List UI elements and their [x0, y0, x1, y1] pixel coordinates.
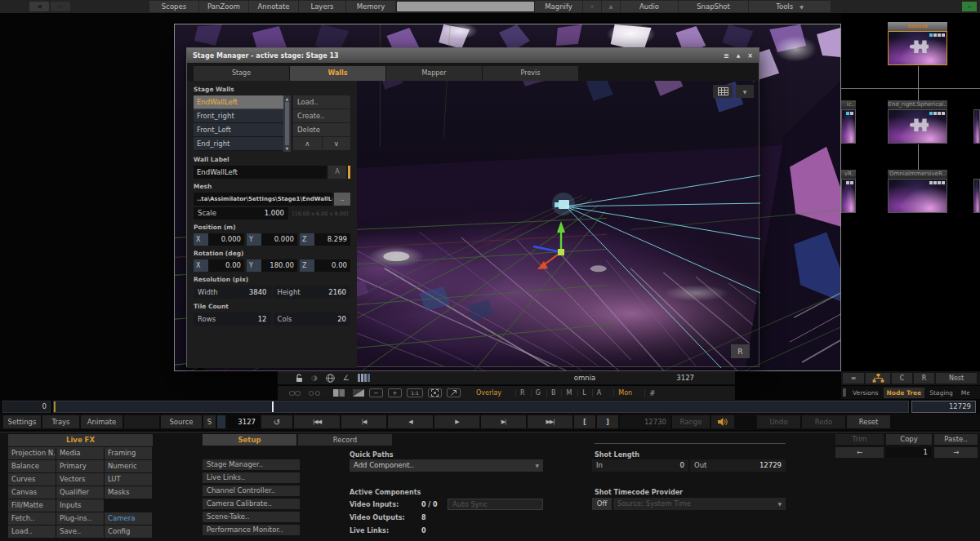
menu-numeric[interactable]: Numeric — [105, 460, 152, 472]
menu-save[interactable]: Save.. — [56, 525, 104, 538]
trays-button[interactable]: Trays — [42, 415, 79, 428]
grid-overlay-toggle[interactable]: # — [644, 389, 660, 397]
menu-framing[interactable]: Framing — [105, 447, 152, 459]
performance-monitor-button[interactable]: Performance Monitor.. — [203, 525, 300, 535]
channel-alpha-button[interactable]: A — [592, 389, 605, 397]
cols-field[interactable]: Cols20 — [274, 313, 351, 326]
tab-previs[interactable]: Previs — [483, 66, 578, 81]
tab-stage[interactable]: Stage — [194, 66, 289, 81]
menu-fetch[interactable]: Fetch.. — [8, 512, 56, 525]
move-down-button[interactable]: ∨ — [323, 137, 351, 150]
channel-blue-button[interactable]: B — [546, 389, 560, 397]
load-wall-button[interactable]: Load.. — [293, 95, 350, 109]
mark-out-button[interactable]: ] — [597, 415, 618, 428]
r-view-button[interactable]: R — [914, 373, 934, 384]
one-to-one-button[interactable]: 1:1 — [407, 388, 423, 397]
node-thumbnail[interactable] — [841, 179, 856, 213]
list-scrollbar[interactable]: ▲ ▼ — [283, 95, 291, 152]
back-button[interactable]: ◀ — [29, 2, 49, 11]
pan-view-button[interactable] — [447, 388, 461, 397]
node-thumbnail[interactable] — [841, 109, 856, 144]
tab-record[interactable]: Record — [298, 434, 392, 446]
menu-config[interactable]: Config — [105, 525, 152, 538]
scroll-up-icon[interactable]: ▲ — [286, 96, 289, 101]
step-back-button[interactable]: |◀ — [341, 415, 386, 428]
compare-icon[interactable]: ◑ — [311, 374, 318, 382]
triangle-up-button[interactable]: ▲ — [602, 1, 620, 12]
rotation-x-input[interactable]: 0.00 — [208, 259, 244, 272]
rotation-z-input[interactable]: 0.00 — [314, 259, 350, 272]
scene-take-button[interactable]: Scene-Take.. — [203, 512, 300, 522]
add-component-dropdown[interactable]: Add Component.. ▼ — [350, 459, 543, 472]
channel-red-button[interactable]: R — [515, 389, 529, 397]
c-view-button[interactable]: C — [892, 373, 912, 384]
channel-matte-button[interactable]: M — [561, 389, 576, 397]
timeline-start-frame[interactable]: 0 — [2, 401, 51, 413]
menu-inputs[interactable]: Inputs — [56, 499, 104, 512]
menu-snapshot[interactable]: SnapShot — [679, 1, 748, 12]
stage-manager-button[interactable]: Stage Manager.. — [203, 459, 300, 470]
reset-view-button[interactable]: R — [731, 344, 750, 358]
audio-mute-button[interactable] — [711, 415, 734, 428]
menu-lut[interactable]: LUT — [105, 473, 152, 486]
timecode-source-dropdown[interactable]: Source: System Time ▼ — [613, 498, 786, 510]
copy-button[interactable]: Copy — [886, 434, 932, 445]
auto-name-button[interactable]: A — [328, 166, 346, 179]
animate-button[interactable]: Animate — [81, 415, 122, 428]
link-icon[interactable] — [289, 390, 301, 397]
node-thumbnail[interactable] — [888, 31, 947, 65]
node-omnia-immersive[interactable]: OmniaImmersiveR.. — [888, 170, 947, 213]
camera-calibrate-button[interactable]: Camera Calibrate.. — [203, 499, 300, 509]
tree-view-button[interactable] — [866, 373, 890, 384]
tab-setup[interactable]: Setup — [203, 434, 296, 446]
unlink-icon[interactable] — [309, 390, 320, 397]
timeline-end-frame[interactable]: 12729 — [911, 401, 976, 413]
timecode-off-button[interactable]: Off — [592, 498, 612, 510]
list-view-button[interactable]: ≡ — [843, 373, 864, 384]
menu-camera[interactable]: Camera — [105, 512, 152, 525]
source-button[interactable]: Source — [161, 415, 202, 428]
move-up-button[interactable]: ∧ — [293, 137, 322, 150]
trim-button[interactable]: Trim — [835, 434, 884, 445]
nest-button[interactable]: Nest — [936, 373, 977, 384]
playhead[interactable] — [272, 401, 274, 412]
menu-plugins[interactable]: Plug-ins.. — [56, 512, 104, 525]
monitor-toggle[interactable]: Mon — [613, 389, 636, 397]
end-frame-field[interactable]: 12730 — [620, 415, 670, 428]
menu-magnify[interactable]: Magnify — [535, 1, 582, 12]
menu-curves[interactable]: Curves — [8, 473, 56, 486]
position-x-input[interactable]: 0.000 — [208, 233, 244, 246]
skip-to-start-button[interactable]: |◀◀ — [294, 415, 340, 428]
scrollbar-thumb[interactable] — [285, 102, 289, 145]
overlay-toggle[interactable]: Overlay — [472, 389, 506, 397]
list-item[interactable]: Front_Left — [194, 123, 283, 137]
range-button[interactable]: Range — [672, 415, 710, 428]
next-version-button[interactable]: → — [934, 447, 978, 458]
zoom-plus-button[interactable]: + — [583, 1, 601, 12]
menu-annotate[interactable]: Annotate — [249, 1, 298, 12]
window-minimize-button[interactable]: – — [962, 2, 977, 11]
mark-in-button[interactable]: [ — [574, 415, 595, 428]
menu-projection[interactable]: Projection N.. — [8, 447, 56, 459]
list-item[interactable]: End_right — [194, 137, 283, 151]
menu-audio[interactable]: Audio — [621, 1, 678, 12]
wall-label-input[interactable]: EndWallLeft — [194, 166, 327, 179]
timeline-scrubber[interactable] — [53, 401, 909, 413]
create-wall-button[interactable]: Create.. — [293, 109, 350, 122]
dual-view-icon[interactable] — [333, 389, 345, 397]
channel-luma-button[interactable]: L — [577, 389, 590, 397]
list-item[interactable]: EndWallLeft — [194, 95, 283, 109]
scroll-down-icon[interactable]: ▼ — [286, 146, 289, 151]
menu-tools[interactable]: Tools ▼ — [749, 1, 831, 12]
channel-controller-button[interactable]: Channel Controller.. — [203, 486, 300, 496]
browse-mesh-button[interactable]: .. — [334, 193, 350, 206]
menu-balance[interactable]: Balance — [8, 460, 56, 472]
shot-in-field[interactable]: In0 — [592, 459, 688, 472]
node-thumbnail[interactable] — [888, 179, 947, 213]
paste-button[interactable]: Paste.. — [934, 434, 978, 445]
undo-button[interactable]: Undo — [757, 415, 800, 428]
annotate-pen-icon[interactable]: ∠ — [343, 374, 350, 382]
tab-staging[interactable]: Staging — [926, 388, 956, 398]
globe-icon[interactable] — [326, 374, 335, 383]
live-links-button[interactable]: Live Links.. — [203, 472, 300, 483]
